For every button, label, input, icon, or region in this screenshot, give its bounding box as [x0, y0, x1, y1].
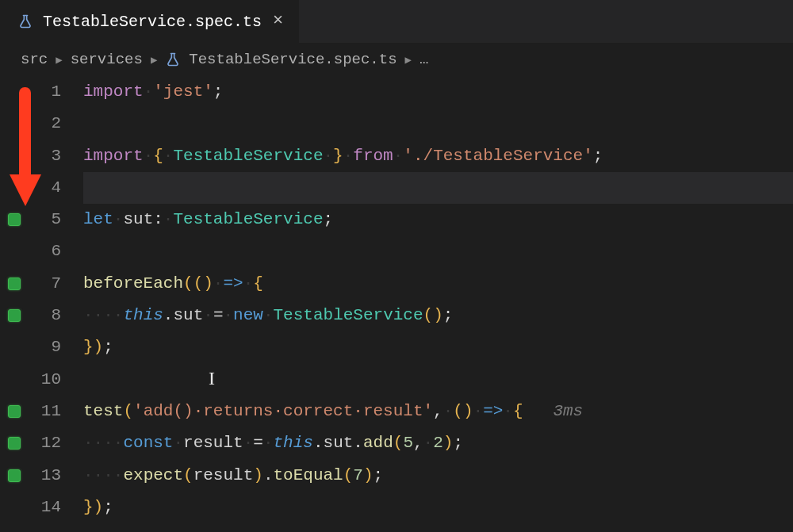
chevron-right-icon: ▶ — [151, 53, 157, 67]
test-pass-marker[interactable] — [8, 437, 21, 450]
token-brace: ) — [433, 300, 443, 331]
token-brace: } — [83, 331, 94, 363]
code-area[interactable]: import·'jest';import·{·TestableService·}… — [83, 76, 793, 532]
token-ws: · — [263, 427, 274, 459]
code-line[interactable]: import·'jest'; — [83, 76, 793, 108]
token-brace: ) — [463, 396, 473, 427]
token-ws: · — [423, 427, 434, 459]
token-num: 7 — [353, 460, 363, 492]
token-ws: · — [163, 204, 174, 235]
token-punct: , — [433, 396, 443, 427]
token-ws: · — [213, 268, 224, 300]
breadcrumb[interactable]: src ▶ services ▶ TestableService.spec.ts… — [0, 43, 793, 76]
token-brace: ) — [253, 460, 263, 492]
crumb-folder[interactable]: services — [71, 51, 143, 68]
chevron-right-icon: ▶ — [405, 53, 412, 67]
token-ws: · — [173, 427, 183, 459]
token-kw-import: import — [83, 76, 144, 108]
token-punct: : — [153, 204, 163, 235]
token-string: 'add()·returns·correct·result' — [133, 396, 433, 427]
crumb-folder[interactable]: src — [21, 51, 48, 68]
token-kw-import: import — [83, 140, 144, 172]
test-pass-marker[interactable] — [8, 277, 21, 290]
test-pass-marker[interactable] — [8, 213, 21, 226]
code-line[interactable]: import·{·TestableService·}·from·'./Testa… — [83, 140, 793, 172]
code-line[interactable]: let·sut:·TestableService; — [83, 204, 793, 235]
line-number: 10 — [0, 364, 61, 396]
token-brace: ( — [343, 460, 354, 492]
token-punct: . — [263, 460, 274, 492]
token-fn: expect — [123, 460, 183, 492]
token-ws: · — [113, 204, 124, 235]
line-number: 6 — [0, 235, 61, 267]
codelens-timing: 3ms — [553, 396, 583, 427]
token-punct: . — [313, 427, 324, 459]
token-punct: , — [413, 427, 423, 459]
token-brace: ) — [443, 427, 454, 459]
crumb-file[interactable]: TestableService.spec.ts — [189, 51, 396, 68]
code-editor[interactable]: 1234567891011121314 import·'jest';import… — [0, 76, 793, 532]
token-var: sut — [123, 204, 153, 235]
token-punct: ; — [323, 204, 333, 235]
token-ws: · — [503, 396, 513, 427]
crumb-ellipsis[interactable]: … — [419, 51, 430, 68]
token-num: 5 — [403, 427, 413, 459]
token-ws: · — [473, 396, 484, 427]
token-var: result — [193, 460, 254, 492]
token-brace: { — [513, 396, 523, 427]
code-line[interactable] — [83, 172, 793, 204]
token-ws: · — [163, 140, 174, 172]
token-kw-this: this — [274, 427, 313, 459]
token-brace: { — [153, 140, 163, 172]
token-ws: · — [203, 300, 213, 331]
token-ws: · — [243, 427, 254, 459]
token-ws: ···· — [83, 300, 123, 331]
code-line[interactable]: beforeEach(()·=>·{ — [83, 268, 793, 300]
line-number: 14 — [0, 492, 61, 523]
code-line[interactable] — [83, 364, 793, 396]
token-ws: · — [144, 76, 154, 108]
test-pass-marker[interactable] — [8, 405, 21, 418]
code-line[interactable]: }); — [83, 331, 793, 363]
token-punct: ; — [453, 427, 463, 459]
token-string: './TestableService' — [403, 140, 592, 172]
beaker-icon — [165, 52, 181, 67]
test-pass-marker[interactable] — [8, 309, 21, 322]
token-kw-new: new — [233, 300, 263, 331]
token-num: 2 — [433, 427, 443, 459]
code-line[interactable]: ····this.sut·=·new·TestableService(); — [83, 300, 793, 331]
code-line[interactable] — [83, 235, 793, 267]
token-brace: } — [333, 140, 343, 172]
token-fn: add — [363, 427, 393, 459]
beaker-icon — [17, 13, 33, 29]
editor-tab[interactable]: TestableService.spec.ts × — [0, 0, 300, 43]
code-line[interactable]: }); — [83, 492, 793, 523]
code-line[interactable]: ····const·result·=·this.sut.add(5,·2); — [83, 427, 793, 459]
token-brace: } — [83, 492, 94, 523]
token-brace: ( — [393, 427, 404, 459]
code-line[interactable]: test('add()·returns·correct·result',·()·… — [83, 396, 793, 427]
code-line[interactable]: ····expect(result).toEqual(7); — [83, 460, 793, 492]
token-punct: = — [213, 300, 224, 331]
test-pass-marker[interactable] — [8, 469, 21, 482]
token-string: 'jest' — [153, 76, 213, 108]
token-punct: . — [163, 300, 174, 331]
token-kw-this: this — [123, 300, 163, 331]
token-brace: ( — [423, 300, 434, 331]
chevron-right-icon: ▶ — [56, 53, 62, 67]
token-punct: ; — [213, 76, 224, 108]
token-type: TestableService — [173, 204, 323, 235]
token-punct: ; — [103, 492, 113, 523]
token-prop: sut — [173, 300, 203, 331]
token-brace: ( — [183, 460, 193, 492]
token-kw-arrow: => — [223, 268, 243, 300]
token-punct: ; — [443, 300, 454, 331]
token-fn: test — [83, 396, 123, 427]
close-icon[interactable]: × — [271, 13, 285, 30]
tab-bar: TestableService.spec.ts × — [0, 0, 793, 43]
token-kw-arrow: => — [483, 396, 503, 427]
code-line[interactable] — [83, 108, 793, 140]
token-fn: beforeEach — [83, 268, 183, 300]
tab-filename: TestableService.spec.ts — [43, 13, 262, 31]
token-ws: · — [263, 300, 274, 331]
